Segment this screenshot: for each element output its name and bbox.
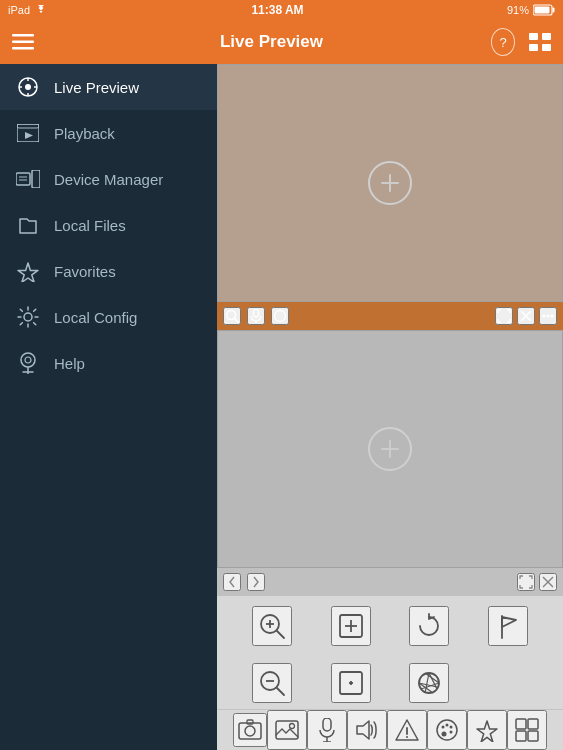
speaker-button[interactable]: [347, 710, 387, 750]
refresh-button[interactable]: [409, 606, 449, 646]
star-footer-icon: [475, 719, 499, 742]
svg-rect-19: [16, 173, 30, 185]
local-config-icon: [16, 305, 40, 329]
sidebar-item-local-config[interactable]: Local Config: [0, 294, 217, 340]
palette-button[interactable]: [427, 710, 467, 750]
playback-icon: [16, 121, 40, 145]
svg-marker-72: [357, 721, 369, 739]
status-left: iPad: [8, 4, 48, 16]
bottom-icons-row-2: [217, 657, 563, 709]
mic-footer-icon: [318, 718, 336, 742]
refresh-icon: [415, 612, 443, 640]
local-files-icon: [16, 213, 40, 237]
aperture-button[interactable]: [409, 663, 449, 703]
svg-rect-31: [254, 309, 259, 317]
warning-button[interactable]: [387, 710, 427, 750]
zoom-in-button[interactable]: [252, 606, 292, 646]
flag-button[interactable]: [488, 606, 528, 646]
svg-rect-2: [535, 7, 550, 14]
speaker-icon: [355, 719, 379, 741]
svg-point-75: [406, 736, 408, 738]
screenshot-icon: [238, 719, 262, 741]
zoom-out-button[interactable]: [252, 663, 292, 703]
menu-icon: [12, 34, 34, 50]
svg-point-36: [543, 315, 546, 318]
add-camera-top-button[interactable]: [368, 161, 412, 205]
svg-point-80: [450, 731, 453, 734]
svg-rect-66: [247, 720, 253, 724]
svg-point-38: [551, 315, 554, 318]
grid-icon: [529, 33, 551, 51]
help-button[interactable]: ?: [491, 28, 515, 56]
bottom-toolbar: [217, 596, 563, 750]
svg-point-76: [437, 720, 457, 740]
palette-icon: [435, 718, 459, 742]
panel-toolbar-top: [217, 302, 563, 330]
toolbar-bottom-fullscreen-btn[interactable]: [517, 573, 535, 591]
menu-button[interactable]: [12, 34, 34, 50]
toolbar-search-btn[interactable]: [223, 307, 241, 325]
svg-line-53: [277, 687, 285, 695]
grid-button[interactable]: [529, 33, 551, 51]
crop-frame-button[interactable]: [331, 663, 371, 703]
sidebar-item-live-preview[interactable]: Live Preview: [0, 64, 217, 110]
plus-icon-bottom: [380, 439, 400, 459]
svg-point-24: [21, 353, 35, 367]
svg-point-78: [446, 724, 449, 727]
sidebar-item-help[interactable]: Help: [0, 340, 217, 386]
bottom-footer-row: [217, 709, 563, 750]
svg-point-81: [442, 732, 447, 737]
toolbar-dots-btn[interactable]: [539, 307, 557, 325]
layout-button[interactable]: [507, 710, 547, 750]
video-panel-bottom[interactable]: [217, 330, 563, 568]
main-layout: Live Preview Playback: [0, 64, 563, 750]
svg-rect-69: [323, 718, 331, 731]
sidebar-item-favorites[interactable]: Favorites: [0, 248, 217, 294]
star-footer-button[interactable]: [467, 710, 507, 750]
svg-rect-20: [32, 170, 40, 188]
favorites-icon: [16, 259, 40, 283]
svg-rect-4: [12, 41, 34, 44]
add-camera-bottom-button[interactable]: [368, 427, 412, 471]
svg-point-65: [245, 726, 255, 736]
toolbar-bottom-nav-left[interactable]: [223, 573, 241, 591]
sidebar-item-playback[interactable]: Playback: [0, 110, 217, 156]
toolbar-bottom-close-btn[interactable]: [539, 573, 557, 591]
crop-frame-icon: [337, 669, 365, 697]
toolbar-fullscreen-btn[interactable]: [495, 307, 513, 325]
zoom-in-icon: [258, 612, 286, 640]
sidebar-item-device-manager[interactable]: Device Manager: [0, 156, 217, 202]
record-icon-sm: [273, 309, 287, 323]
zoom-out-icon: [258, 669, 286, 697]
video-panel-top[interactable]: [217, 64, 563, 302]
svg-rect-85: [528, 731, 538, 741]
svg-marker-18: [25, 132, 33, 139]
screenshot-button[interactable]: [233, 713, 267, 747]
bottom-icons-row-1: [217, 596, 563, 657]
placeholder-icon: [488, 663, 528, 703]
device-name: iPad: [8, 4, 30, 16]
toolbar-close-btn[interactable]: [517, 307, 535, 325]
mic-icon-sm: [250, 309, 262, 323]
svg-rect-9: [542, 44, 551, 51]
add-frame-button[interactable]: [331, 606, 371, 646]
plus-icon-top: [380, 173, 400, 193]
warning-icon: [395, 719, 419, 741]
svg-line-30: [235, 319, 239, 323]
svg-rect-1: [553, 8, 555, 13]
svg-rect-5: [12, 47, 34, 50]
sidebar-item-local-files[interactable]: Local Files: [0, 202, 217, 248]
panel-toolbar-right: [495, 307, 557, 325]
toolbar-record-btn[interactable]: [271, 307, 289, 325]
toolbar-mic-btn[interactable]: [247, 307, 265, 325]
svg-rect-67: [276, 721, 298, 739]
image-button[interactable]: [267, 710, 307, 750]
layout-icon: [515, 718, 539, 742]
svg-rect-84: [516, 731, 526, 741]
mic-footer-button[interactable]: [307, 710, 347, 750]
battery-pct: 91%: [507, 4, 529, 16]
svg-point-11: [25, 84, 31, 90]
aperture-icon: [415, 669, 443, 697]
fullscreen-icon-sm: [497, 309, 511, 323]
toolbar-bottom-nav-right[interactable]: [247, 573, 265, 591]
